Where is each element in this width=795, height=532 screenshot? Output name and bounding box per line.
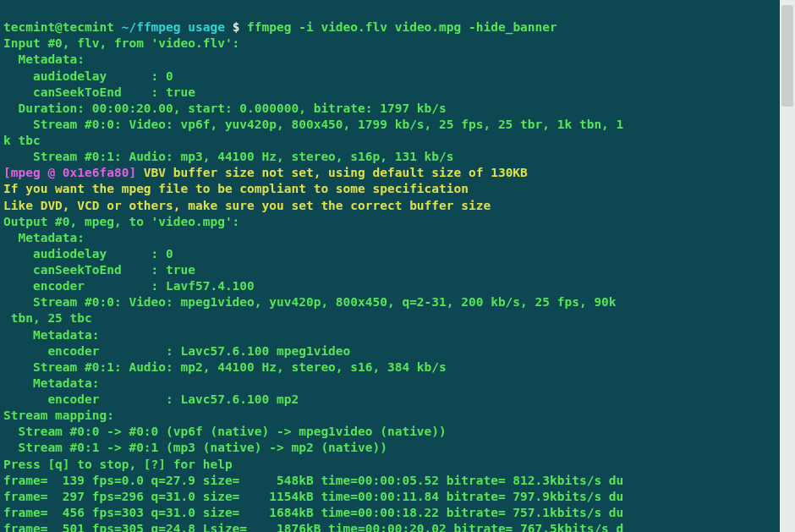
output-line: Input #0, flv, from 'video.flv': — [3, 36, 239, 50]
output-line: encoder : Lavc57.6.100 mp2 — [3, 392, 299, 406]
prompt-dollar: $ — [225, 20, 247, 34]
output-line: frame= 456 fps=303 q=31.0 size= 1684kB t… — [3, 506, 623, 519]
output-line: audiodelay : 0 — [3, 69, 173, 83]
prompt-path: ~/ffmpeg usage — [122, 20, 225, 34]
warn-tag: [mpeg @ 0x1e6fa80] — [3, 166, 136, 179]
output-line: If you want the mpeg file to be complian… — [3, 182, 469, 195]
output-line: audiodelay : 0 — [3, 247, 173, 261]
output-line: Stream #0:0: Video: mpeg1video, yuv420p,… — [3, 295, 617, 309]
output-line: encoder : Lavf57.4.100 — [3, 279, 255, 293]
output-line: frame= 501 fps=305 q=24.8 Lsize= 1876kB … — [3, 522, 623, 532]
prompt-space — [114, 20, 122, 34]
scrollbar[interactable] — [780, 0, 795, 532]
output-line: encoder : Lavc57.6.100 mpeg1video — [3, 344, 350, 358]
output-line: frame= 139 fps=0.0 q=27.9 size= 548kB ti… — [3, 474, 623, 487]
warn-line: [mpeg @ 0x1e6fa80] VBV buffer size not s… — [3, 166, 528, 179]
output-line: canSeekToEnd : true — [3, 263, 195, 277]
command-text: ffmpeg -i video.flv video.mpg -hide_bann… — [247, 20, 557, 34]
output-line: Metadata: — [3, 52, 85, 66]
output-line: Stream #0:1: Audio: mp2, 44100 Hz, stere… — [3, 360, 447, 374]
output-line: canSeekToEnd : true — [3, 85, 195, 99]
output-line: Metadata: — [3, 231, 85, 244]
output-line: frame= 297 fps=296 q=31.0 size= 1154kB t… — [3, 490, 623, 503]
output-line: Stream #0:1 -> #0:1 (mp3 (native) -> mp2… — [3, 441, 387, 454]
output-line: k tbc — [3, 134, 41, 147]
output-line: Stream #0:1: Audio: mp3, 44100 Hz, stere… — [3, 150, 454, 163]
output-line: Duration: 00:00:20.00, start: 0.000000, … — [3, 101, 447, 115]
warn-msg: VBV buffer size not set, using default s… — [136, 166, 528, 179]
prompt-user: tecmint@tecmint — [3, 20, 114, 34]
output-line: tbn, 25 tbc — [3, 311, 92, 325]
output-line: Output #0, mpeg, to 'video.mpg': — [3, 215, 239, 228]
output-line: Stream mapping: — [3, 409, 114, 422]
output-line: Metadata: — [3, 376, 100, 390]
terminal-output[interactable]: tecmint@tecmint ~/ffmpeg usage $ ffmpeg … — [0, 0, 795, 532]
output-line: Like DVD, VCD or others, make sure you s… — [3, 199, 491, 212]
output-line: Stream #0:0 -> #0:0 (vp6f (native) -> mp… — [3, 425, 447, 438]
prompt-line: tecmint@tecmint ~/ffmpeg usage $ ffmpeg … — [3, 20, 557, 34]
output-line: Press [q] to stop, [?] for help — [3, 458, 233, 471]
output-line: Metadata: — [3, 328, 100, 342]
output-line: Stream #0:0: Video: vp6f, yuv420p, 800x4… — [3, 118, 623, 131]
